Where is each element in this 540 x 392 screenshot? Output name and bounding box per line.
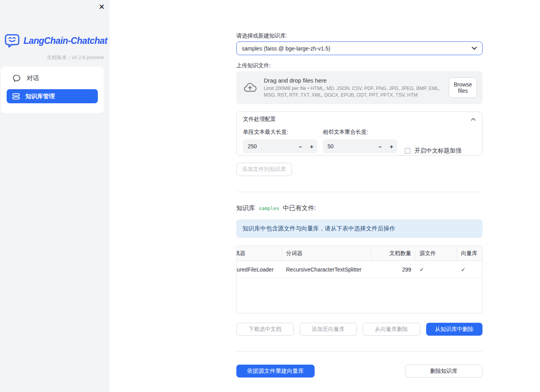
cell-vector-check: ✓ [457, 261, 482, 278]
add-files-button[interactable]: 添加文件到知识库 [236, 163, 292, 176]
brand-logo-icon [5, 34, 20, 48]
info-banner: 知识库中包含源文件与向量库，请从下表中选择文件后操作 [236, 219, 482, 238]
expander-title: 文件处理配置 [243, 116, 276, 123]
browse-files-button[interactable]: Browse files [449, 77, 477, 98]
app-window: ✕ LangChain-Chatchat 当前版本：v0.2.6-preview [0, 0, 540, 392]
col-header-vector-store[interactable]: 向量库 [457, 246, 482, 261]
brand-name: LangChain-Chatchat [23, 36, 107, 46]
checkbox-box[interactable] [405, 148, 410, 154]
plus-button[interactable]: + [306, 143, 317, 150]
table-header-row: 文档加载器 分词器 文档数量 源文件 向量库 [237, 246, 482, 261]
delete-from-kb-button[interactable]: 从知识库中删除 [426, 323, 483, 336]
chunk-size-input[interactable]: 250 – + [243, 139, 317, 153]
chunk-size-label: 单段文本最大长度: [243, 129, 317, 136]
minus-button[interactable]: – [374, 143, 386, 150]
overlap-size-input[interactable]: 50 – + [323, 139, 397, 153]
col-header-loader[interactable]: 文档加载器 [237, 246, 282, 261]
cell-loader: UnstructuredFileLoader [237, 261, 282, 278]
files-heading: 知识库 samples 中已有文件: [236, 204, 316, 212]
sidebar-item-label: 知识库管理 [25, 93, 55, 100]
overlap-size-label: 相邻文本重合长度: [323, 129, 397, 136]
kb-select-label: 请选择或新建知识库: [236, 32, 287, 40]
sidebar-item-label: 对话 [27, 74, 39, 83]
divider [236, 351, 482, 352]
chevron-up-icon [471, 118, 476, 121]
checkbox-label: 开启中文标题加强 [414, 147, 461, 155]
files-table[interactable]: 文档加载器 分词器 文档数量 源文件 向量库 UnstructuredFileL… [236, 246, 482, 313]
cloud-upload-icon [243, 80, 257, 95]
files-heading-suffix: 中已有文件: [283, 204, 316, 212]
dropzone-limits: Limit 200MB per file • HTML, MD, JSON, C… [264, 85, 443, 98]
files-heading-prefix: 知识库 [236, 204, 255, 212]
sidebar: ✕ LangChain-Chatchat 当前版本：v0.2.6-preview [0, 0, 110, 392]
kb-name-code: samples [259, 205, 279, 211]
add-to-vector-store-button[interactable]: 添加至向量库 [300, 323, 357, 336]
chevron-down-icon [472, 47, 477, 50]
expander-header[interactable]: 文件处理配置 [237, 112, 482, 127]
overlap-size-field: 相邻文本重合长度: 50 – + [323, 129, 397, 153]
cell-splitter: RecursiveCharacterTextSplitter [282, 261, 371, 278]
sidebar-close-icon[interactable]: ✕ [99, 2, 105, 13]
expander-body: 单段文本最大长度: 250 – + 相邻文本重合长度: 50 – + [237, 127, 482, 155]
sidebar-nav: 对话 知识库管理 [1, 67, 104, 113]
dropzone-text: Drag and drop files here Limit 200MB per… [264, 77, 443, 98]
chat-bubble-icon [13, 74, 21, 82]
kb-select[interactable]: samples (faiss @ bge-large-zh-v1.5) [236, 41, 482, 55]
dropzone-title: Drag and drop files here [264, 77, 443, 84]
col-header-splitter[interactable]: 分词器 [282, 246, 371, 261]
chunk-size-field: 单段文本最大长度: 250 – + [243, 129, 317, 153]
file-dropzone[interactable]: Drag and drop files here Limit 200MB per… [236, 71, 482, 104]
delete-kb-button[interactable]: 删除知识库 [405, 365, 482, 378]
download-selected-button[interactable]: 下载选中文档 [236, 323, 294, 336]
file-action-buttons: 下载选中文档 添加至向量库 从向量库删除 从知识库中删除 [236, 323, 482, 336]
table-row[interactable]: UnstructuredFileLoader RecursiveCharacte… [237, 261, 482, 278]
kb-select-value: samples (faiss @ bge-large-zh-v1.5) [242, 45, 330, 52]
plus-button[interactable]: + [386, 143, 397, 150]
delete-from-vector-store-button[interactable]: 从向量库删除 [363, 323, 420, 336]
chunk-size-value[interactable]: 250 [243, 143, 295, 149]
col-header-source-file[interactable]: 源文件 [415, 246, 457, 261]
file-config-expander: 文件处理配置 单段文本最大长度: 250 – + 相邻文 [236, 111, 482, 156]
cell-doc-count: 299 [371, 261, 415, 278]
main-content: 请选择或新建知识库: samples (faiss @ bge-large-zh… [236, 0, 482, 392]
sidebar-item-kb-management[interactable]: 知识库管理 [7, 89, 98, 103]
kb-stack-icon [12, 93, 20, 100]
info-banner-text: 知识库中包含源文件与向量库，请从下表中选择文件后操作 [243, 225, 395, 232]
overlap-size-value[interactable]: 50 [323, 143, 374, 149]
minus-button[interactable]: – [295, 143, 306, 150]
col-header-doc-count[interactable]: 文档数量 [371, 246, 415, 261]
zh-title-enhance-checkbox[interactable]: 开启中文标题加强 [405, 147, 461, 155]
brand: LangChain-Chatchat [5, 34, 107, 48]
upload-label: 上传知识文件: [236, 62, 271, 69]
rebuild-vector-store-button[interactable]: 依据源文件重建向量库 [236, 365, 315, 378]
sidebar-item-dialogue[interactable]: 对话 [1, 70, 104, 87]
divider [236, 192, 482, 192]
cell-source-check: ✓ [415, 261, 457, 278]
version-text: 当前版本：v0.2.6-preview [47, 54, 104, 61]
